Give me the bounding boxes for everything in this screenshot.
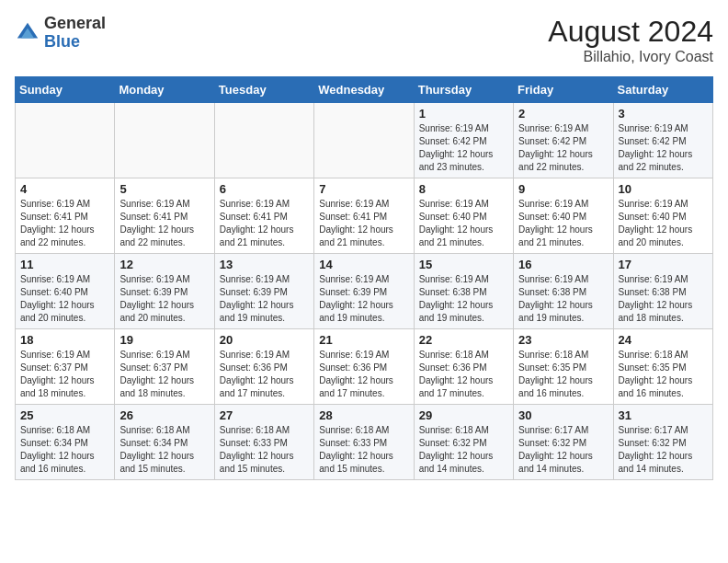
day-info: Sunrise: 6:18 AM Sunset: 6:33 PM Dayligh… (319, 424, 408, 476)
day-number: 8 (419, 182, 508, 196)
day-info: Sunrise: 6:19 AM Sunset: 6:42 PM Dayligh… (518, 122, 608, 174)
day-number: 3 (619, 107, 708, 121)
day-number: 5 (119, 182, 209, 196)
logo-icon (15, 20, 40, 46)
header-cell-thursday: Thursday (414, 77, 513, 103)
header-cell-sunday: Sunday (16, 77, 115, 103)
logo: General Blue (15, 15, 106, 52)
day-number: 17 (619, 258, 708, 271)
title-block: August 2024 Billahio, Ivory Coast (548, 15, 713, 65)
day-number: 30 (518, 408, 608, 422)
day-cell: 22Sunrise: 6:18 AM Sunset: 6:36 PM Dayli… (414, 329, 513, 405)
day-cell: 20Sunrise: 6:19 AM Sunset: 6:36 PM Dayli… (214, 329, 313, 405)
day-info: Sunrise: 6:18 AM Sunset: 6:34 PM Dayligh… (20, 424, 109, 476)
day-cell: 29Sunrise: 6:18 AM Sunset: 6:32 PM Dayli… (414, 405, 513, 480)
header-cell-friday: Friday (514, 77, 613, 103)
calendar-table: SundayMondayTuesdayWednesdayThursdayFrid… (15, 76, 713, 480)
logo-text: General Blue (44, 15, 106, 52)
day-cell: 31Sunrise: 6:17 AM Sunset: 6:32 PM Dayli… (613, 405, 712, 480)
day-cell: 8Sunrise: 6:19 AM Sunset: 6:40 PM Daylig… (414, 178, 513, 254)
day-cell (214, 103, 313, 178)
day-cell: 21Sunrise: 6:19 AM Sunset: 6:36 PM Dayli… (314, 329, 414, 405)
day-info: Sunrise: 6:19 AM Sunset: 6:37 PM Dayligh… (119, 349, 209, 400)
day-number: 7 (319, 182, 408, 196)
header-cell-tuesday: Tuesday (214, 77, 313, 103)
day-cell: 18Sunrise: 6:19 AM Sunset: 6:37 PM Dayli… (16, 329, 115, 405)
day-number: 13 (220, 258, 309, 271)
day-number: 11 (20, 258, 109, 271)
day-info: Sunrise: 6:18 AM Sunset: 6:32 PM Dayligh… (419, 424, 508, 476)
week-row-4: 18Sunrise: 6:19 AM Sunset: 6:37 PM Dayli… (16, 329, 713, 405)
day-cell: 11Sunrise: 6:19 AM Sunset: 6:40 PM Dayli… (16, 254, 115, 329)
day-number: 10 (619, 182, 708, 196)
day-cell: 6Sunrise: 6:19 AM Sunset: 6:41 PM Daylig… (214, 178, 313, 254)
day-cell: 26Sunrise: 6:18 AM Sunset: 6:34 PM Dayli… (115, 405, 214, 480)
day-info: Sunrise: 6:19 AM Sunset: 6:40 PM Dayligh… (518, 198, 608, 249)
day-cell: 30Sunrise: 6:17 AM Sunset: 6:32 PM Dayli… (514, 405, 613, 480)
day-number: 28 (319, 408, 408, 422)
day-info: Sunrise: 6:19 AM Sunset: 6:38 PM Dayligh… (419, 273, 508, 325)
day-number: 12 (119, 258, 209, 271)
calendar-header: SundayMondayTuesdayWednesdayThursdayFrid… (16, 77, 713, 103)
day-number: 4 (20, 182, 109, 196)
day-number: 24 (619, 333, 708, 347)
day-info: Sunrise: 6:19 AM Sunset: 6:39 PM Dayligh… (220, 273, 309, 325)
day-info: Sunrise: 6:19 AM Sunset: 6:41 PM Dayligh… (319, 198, 408, 249)
day-number: 15 (419, 258, 508, 271)
day-info: Sunrise: 6:19 AM Sunset: 6:38 PM Dayligh… (619, 273, 708, 325)
week-row-2: 4Sunrise: 6:19 AM Sunset: 6:41 PM Daylig… (16, 178, 713, 254)
page-header: General Blue August 2024 Billahio, Ivory… (15, 15, 713, 65)
day-cell: 12Sunrise: 6:19 AM Sunset: 6:39 PM Dayli… (115, 254, 214, 329)
day-number: 29 (419, 408, 508, 422)
day-cell: 9Sunrise: 6:19 AM Sunset: 6:40 PM Daylig… (514, 178, 613, 254)
day-info: Sunrise: 6:17 AM Sunset: 6:32 PM Dayligh… (619, 424, 708, 476)
day-number: 18 (20, 333, 109, 347)
day-info: Sunrise: 6:19 AM Sunset: 6:41 PM Dayligh… (20, 198, 109, 249)
day-info: Sunrise: 6:19 AM Sunset: 6:37 PM Dayligh… (20, 349, 109, 400)
day-number: 31 (619, 408, 708, 422)
day-cell: 2Sunrise: 6:19 AM Sunset: 6:42 PM Daylig… (514, 103, 613, 178)
day-info: Sunrise: 6:19 AM Sunset: 6:38 PM Dayligh… (518, 273, 608, 325)
day-info: Sunrise: 6:18 AM Sunset: 6:33 PM Dayligh… (220, 424, 309, 476)
day-number: 23 (518, 333, 608, 347)
day-cell: 24Sunrise: 6:18 AM Sunset: 6:35 PM Dayli… (613, 329, 712, 405)
header-row: SundayMondayTuesdayWednesdayThursdayFrid… (16, 77, 713, 103)
day-info: Sunrise: 6:18 AM Sunset: 6:34 PM Dayligh… (119, 424, 209, 476)
day-number: 26 (119, 408, 209, 422)
day-number: 6 (220, 182, 309, 196)
day-cell: 4Sunrise: 6:19 AM Sunset: 6:41 PM Daylig… (16, 178, 115, 254)
logo-blue: Blue (44, 33, 106, 52)
day-info: Sunrise: 6:19 AM Sunset: 6:39 PM Dayligh… (319, 273, 408, 325)
day-cell: 14Sunrise: 6:19 AM Sunset: 6:39 PM Dayli… (314, 254, 414, 329)
day-cell (115, 103, 214, 178)
day-number: 19 (119, 333, 209, 347)
day-number: 21 (319, 333, 408, 347)
day-number: 25 (20, 408, 109, 422)
header-cell-monday: Monday (115, 77, 214, 103)
week-row-3: 11Sunrise: 6:19 AM Sunset: 6:40 PM Dayli… (16, 254, 713, 329)
day-cell: 13Sunrise: 6:19 AM Sunset: 6:39 PM Dayli… (214, 254, 313, 329)
month-year-title: August 2024 (548, 15, 713, 49)
day-cell: 17Sunrise: 6:19 AM Sunset: 6:38 PM Dayli… (613, 254, 712, 329)
calendar-body: 1Sunrise: 6:19 AM Sunset: 6:42 PM Daylig… (16, 103, 713, 480)
day-info: Sunrise: 6:19 AM Sunset: 6:40 PM Dayligh… (20, 273, 109, 325)
day-cell: 25Sunrise: 6:18 AM Sunset: 6:34 PM Dayli… (16, 405, 115, 480)
day-cell: 19Sunrise: 6:19 AM Sunset: 6:37 PM Dayli… (115, 329, 214, 405)
day-number: 9 (518, 182, 608, 196)
week-row-5: 25Sunrise: 6:18 AM Sunset: 6:34 PM Dayli… (16, 405, 713, 480)
day-cell: 16Sunrise: 6:19 AM Sunset: 6:38 PM Dayli… (514, 254, 613, 329)
day-number: 14 (319, 258, 408, 271)
header-cell-saturday: Saturday (613, 77, 712, 103)
day-info: Sunrise: 6:19 AM Sunset: 6:42 PM Dayligh… (619, 122, 708, 174)
day-cell: 5Sunrise: 6:19 AM Sunset: 6:41 PM Daylig… (115, 178, 214, 254)
day-info: Sunrise: 6:19 AM Sunset: 6:40 PM Dayligh… (419, 198, 508, 249)
day-cell: 3Sunrise: 6:19 AM Sunset: 6:42 PM Daylig… (613, 103, 712, 178)
day-info: Sunrise: 6:19 AM Sunset: 6:40 PM Dayligh… (619, 198, 708, 249)
day-number: 16 (518, 258, 608, 271)
day-number: 27 (220, 408, 309, 422)
day-cell: 28Sunrise: 6:18 AM Sunset: 6:33 PM Dayli… (314, 405, 414, 480)
day-cell: 7Sunrise: 6:19 AM Sunset: 6:41 PM Daylig… (314, 178, 414, 254)
day-number: 22 (419, 333, 508, 347)
day-number: 20 (220, 333, 309, 347)
day-cell: 27Sunrise: 6:18 AM Sunset: 6:33 PM Dayli… (214, 405, 313, 480)
